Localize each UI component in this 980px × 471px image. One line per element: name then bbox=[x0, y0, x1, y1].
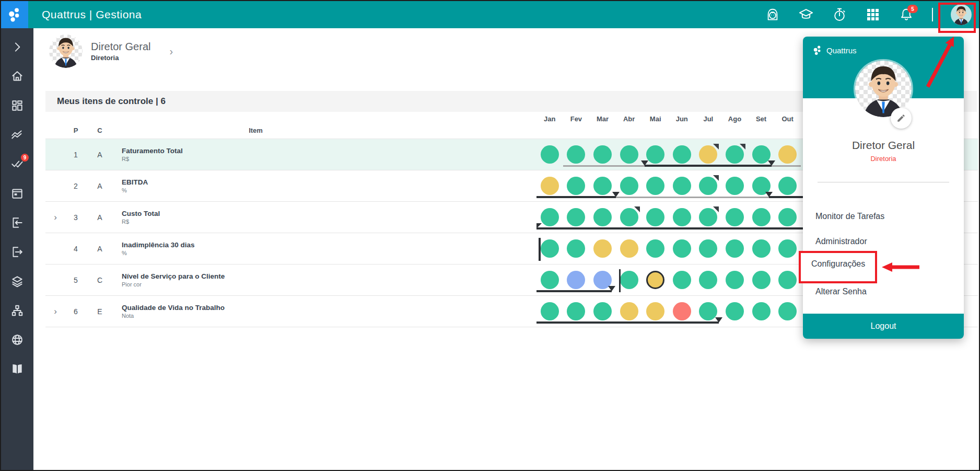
sidebar-item-org-chart[interactable] bbox=[10, 304, 24, 317]
month-dot-cell[interactable] bbox=[563, 177, 590, 195]
logout-button[interactable]: Logout bbox=[803, 314, 964, 339]
status-dot-green bbox=[620, 145, 638, 164]
month-dot-cell[interactable] bbox=[536, 271, 563, 289]
month-dot-cell[interactable] bbox=[721, 145, 748, 164]
month-dot-cell[interactable] bbox=[642, 239, 669, 258]
item-subtitle: R$ bbox=[113, 219, 536, 225]
month-dot-cell[interactable] bbox=[589, 145, 616, 164]
month-dot-cell[interactable] bbox=[616, 239, 643, 258]
month-dot-cell[interactable] bbox=[695, 239, 722, 258]
assistant-icon[interactable] bbox=[765, 7, 780, 22]
month-dot-cell[interactable] bbox=[669, 271, 695, 289]
month-dot-cell[interactable] bbox=[774, 208, 801, 226]
month-dot-cell[interactable] bbox=[589, 239, 616, 258]
month-dot-cell[interactable] bbox=[563, 271, 590, 289]
month-dot-cell[interactable] bbox=[774, 145, 801, 164]
month-dot-cell[interactable] bbox=[748, 271, 775, 289]
month-dot-cell[interactable] bbox=[563, 239, 590, 258]
menu-item-alterar-senha[interactable]: Alterar Senha bbox=[803, 279, 964, 304]
month-dot-cell[interactable] bbox=[616, 177, 643, 195]
row-item[interactable]: Faturamento TotalR$ bbox=[113, 147, 536, 162]
sidebar-item-knowledge-book[interactable] bbox=[10, 362, 24, 376]
status-dot-green bbox=[673, 208, 691, 226]
academy-icon[interactable] bbox=[798, 7, 814, 22]
month-dot-cell[interactable] bbox=[748, 302, 775, 320]
month-dot-cell[interactable] bbox=[642, 271, 669, 289]
quattrus-logo-icon[interactable] bbox=[1, 1, 28, 28]
month-dot-cell[interactable] bbox=[774, 239, 801, 258]
month-dot-cell[interactable] bbox=[669, 145, 695, 164]
notifications-icon[interactable]: 5 bbox=[899, 7, 914, 22]
month-dot-cell[interactable] bbox=[536, 239, 563, 258]
month-dot-cell[interactable] bbox=[721, 177, 748, 195]
month-dot-cell[interactable] bbox=[721, 302, 748, 320]
row-priority: 5 bbox=[65, 276, 86, 284]
month-dot-cell[interactable] bbox=[695, 145, 722, 164]
month-dot-cell[interactable] bbox=[563, 145, 590, 164]
sidebar-item-sign-out[interactable] bbox=[10, 245, 24, 259]
apps-grid-icon[interactable] bbox=[865, 7, 881, 22]
month-dot-cell[interactable] bbox=[774, 302, 801, 320]
month-dot-cell[interactable] bbox=[774, 177, 801, 195]
row-class: A bbox=[86, 245, 113, 253]
month-dot-cell[interactable] bbox=[642, 302, 669, 320]
month-dot-cell[interactable] bbox=[536, 145, 563, 164]
month-dot-cell[interactable] bbox=[669, 177, 695, 195]
status-dot-green bbox=[726, 239, 744, 258]
timer-icon[interactable] bbox=[832, 7, 847, 22]
month-dot-cell[interactable] bbox=[616, 302, 643, 320]
menu-item-administrador[interactable]: Administrador bbox=[803, 229, 964, 254]
expand-chevron-icon[interactable]: › bbox=[54, 306, 57, 317]
expand-chevron-icon[interactable]: › bbox=[54, 212, 57, 223]
sidebar-item-tasks[interactable]: 9 bbox=[10, 157, 24, 171]
row-item[interactable]: EBITDA% bbox=[113, 178, 536, 193]
month-dot-cell[interactable] bbox=[616, 145, 643, 164]
scope-avatar[interactable] bbox=[49, 35, 83, 68]
sidebar-item-indicators[interactable] bbox=[10, 128, 24, 142]
month-dot-cell[interactable] bbox=[721, 208, 748, 226]
sidebar-item-globe[interactable] bbox=[10, 333, 24, 347]
row-expand-cell[interactable]: › bbox=[45, 212, 65, 223]
month-header-jan: Jan bbox=[536, 115, 563, 123]
month-dot-cell[interactable] bbox=[695, 208, 722, 226]
month-dot-cell[interactable] bbox=[669, 208, 695, 226]
sidebar-item-layers[interactable] bbox=[10, 274, 24, 288]
month-dot-cell[interactable] bbox=[536, 302, 563, 320]
month-dot-cell[interactable] bbox=[563, 302, 590, 320]
row-item[interactable]: Inadimplência 30 dias% bbox=[113, 241, 536, 256]
month-dot-cell[interactable] bbox=[748, 208, 775, 226]
month-dot-cell[interactable] bbox=[695, 271, 722, 289]
row-item[interactable]: Qualidade de Vida no TrabalhoNota bbox=[113, 304, 536, 319]
month-dot-cell[interactable] bbox=[748, 239, 775, 258]
row-item[interactable]: Nível de Serviço para o ClientePior cor bbox=[113, 272, 536, 288]
row-month-dots bbox=[536, 170, 801, 202]
row-expand-cell[interactable]: › bbox=[45, 306, 65, 317]
month-dot-cell[interactable] bbox=[536, 177, 563, 195]
month-dot-cell[interactable] bbox=[669, 302, 695, 320]
month-dot-cell[interactable] bbox=[695, 177, 722, 195]
month-dot-cell[interactable] bbox=[721, 239, 748, 258]
sidebar-item-dashboard[interactable] bbox=[10, 99, 24, 112]
month-dot-cell[interactable] bbox=[589, 208, 616, 226]
menu-item-configuracoes[interactable] bbox=[803, 254, 964, 279]
sidebar-item-sign-in[interactable] bbox=[10, 216, 24, 229]
month-dot-cell[interactable] bbox=[642, 177, 669, 195]
sidebar-item-expand[interactable] bbox=[10, 40, 24, 54]
user-avatar[interactable] bbox=[951, 4, 972, 25]
month-dot-cell[interactable] bbox=[563, 208, 590, 226]
row-priority: 4 bbox=[65, 245, 86, 253]
sidebar-item-home[interactable] bbox=[10, 70, 24, 83]
month-dot-cell[interactable] bbox=[669, 239, 695, 258]
month-dot-cell[interactable] bbox=[774, 271, 801, 289]
sidebar-item-calendar[interactable] bbox=[10, 187, 24, 200]
scope-expand-chevron-icon[interactable]: › bbox=[169, 45, 173, 58]
status-dot-yellow bbox=[620, 302, 638, 320]
month-dot-cell[interactable] bbox=[721, 271, 748, 289]
menu-item-monitor-de-tarefas[interactable]: Monitor de Tarefas bbox=[803, 204, 964, 229]
month-dot-cell[interactable] bbox=[616, 208, 643, 226]
row-item[interactable]: Custo TotalR$ bbox=[113, 210, 536, 225]
edit-avatar-button[interactable] bbox=[891, 108, 912, 129]
month-dot-cell[interactable] bbox=[642, 208, 669, 226]
comment-flag-icon bbox=[713, 144, 719, 150]
month-dot-cell[interactable] bbox=[589, 302, 616, 320]
